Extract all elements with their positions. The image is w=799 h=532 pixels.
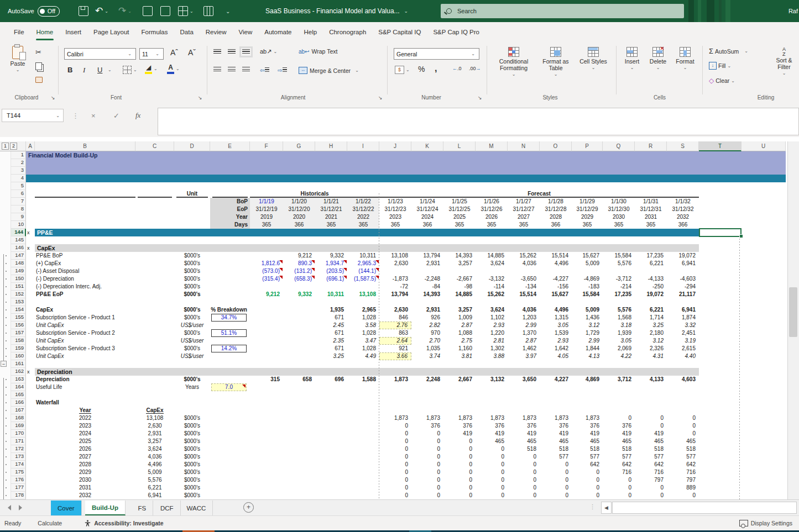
cell-M163[interactable]: 3,132 [476,376,508,383]
cancel-button[interactable]: × [91,109,96,122]
cell-L163[interactable]: 2,667 [443,376,476,383]
cell-Q9[interactable]: 2030 [603,213,635,221]
cell-L156[interactable]: 2.87 [443,322,476,329]
row-header-5[interactable]: 5 [11,182,26,190]
cell-P151[interactable]: -183 [572,283,603,291]
cell-D169[interactable]: $000's [174,422,210,430]
alignment-dialog-launcher[interactable]: ↘ [378,95,383,101]
cell-N172[interactable]: 518 [508,445,540,453]
cell-N7[interactable]: 1/1/27 [508,198,540,206]
sort-filter-button[interactable]: AZ Sort & Filter⌄ [770,47,798,77]
cell-J157[interactable]: 863 [379,329,411,337]
cell-Q157[interactable]: 1,939 [603,329,635,337]
cell-K173[interactable]: 0 [411,453,443,461]
qat-overflow-button[interactable]: ⌄ [224,0,232,22]
cell-P155[interactable]: 1,436 [572,314,603,322]
autosave-toggle[interactable]: AutoSave Off [8,0,60,22]
cell-N10[interactable]: 365 [508,221,540,229]
cell-J170[interactable]: 0 [379,430,411,438]
cell-P147[interactable]: 15,627 [572,252,603,260]
selected-cell-T144[interactable] [699,228,741,237]
cell-Q7[interactable]: 1/1/30 [603,198,635,206]
cell-O8[interactable]: 31/12/28 [540,206,572,213]
accessibility-status[interactable]: Accessibility: Investigate [84,520,163,527]
qat-button-1[interactable] [143,0,153,22]
cell-R175[interactable]: 716 [635,468,667,476]
row-header-146[interactable]: 146 [11,244,26,252]
cell-S174[interactable]: 642 [667,461,699,468]
cell-I150[interactable]: (1,587.5) [347,275,379,283]
cell-L157[interactable]: 1,088 [443,329,476,337]
cell-P173[interactable]: 577 [572,453,603,461]
cell-Q177[interactable]: 0 [603,484,635,492]
cell-Q152[interactable]: 17,235 [603,291,635,298]
cell-L175[interactable]: 0 [443,468,476,476]
cell-P148[interactable]: 5,009 [572,260,603,267]
status-calculate[interactable]: Calculate [38,520,62,526]
format-as-table-button[interactable]: Format as Table⌄ [537,47,574,78]
row-header-162[interactable]: 162 [11,368,26,376]
cell-D151[interactable]: $000's [174,283,210,291]
cell-K178[interactable]: 0 [411,492,443,499]
cell-L160[interactable]: 3.81 [443,352,476,360]
cell-R177[interactable]: 0 [635,484,667,492]
row-header-152[interactable]: 152 [11,291,26,298]
cut-button[interactable]: ✂ [35,48,41,56]
cell-O175[interactable]: 0 [540,468,572,476]
cell-I158[interactable]: 3.47 [347,337,379,345]
ribbon-tab-automate[interactable]: Automate [258,22,297,41]
cell-O151[interactable]: -156 [540,283,572,291]
cell-P158[interactable]: 2.99 [572,337,603,345]
row-header-10[interactable]: 10 [11,221,26,229]
row-header-173[interactable]: 173 [11,453,26,461]
font-size-select[interactable]: 11⌄ [139,48,164,60]
row-header-4[interactable]: 4 [11,175,26,182]
cell-K8[interactable]: 31/12/24 [411,206,443,213]
cell-J163[interactable]: 1,873 [379,376,411,383]
cell-H158[interactable]: 2.35 [315,337,347,345]
cell-P177[interactable]: 0 [572,484,603,492]
cell-K177[interactable]: 0 [411,484,443,492]
borders-button[interactable]: ⌄ [123,66,139,74]
cell-G163[interactable]: 658 [283,376,315,383]
ribbon-tab-file[interactable]: File [8,22,30,41]
cell-P175[interactable]: 0 [572,468,603,476]
cell-B176[interactable]: 2030 [35,476,135,484]
cell-M169[interactable]: 376 [476,422,508,430]
cell-G10[interactable]: 366 [283,221,315,229]
column-header-U[interactable]: U [741,141,786,151]
cell-I156[interactable]: 3.58 [347,322,379,329]
cell-C176[interactable]: 5,576 [135,476,174,484]
cell-J155[interactable]: 846 [379,314,411,322]
cell-O174[interactable]: 0 [540,461,572,468]
cell-I163[interactable]: 1,588 [347,376,379,383]
cell-Q163[interactable]: 3,712 [603,376,635,383]
cell-O158[interactable]: 2.93 [540,337,572,345]
cell-H163[interactable]: 696 [315,376,347,383]
row-header-160[interactable]: 160 [11,352,26,360]
cell-S172[interactable]: 518 [667,445,699,453]
cell-L152[interactable]: 14,885 [443,291,476,298]
row-header-153[interactable]: 153 [11,298,26,306]
cell-M9[interactable]: 2026 [476,213,508,221]
cell-L176[interactable]: 0 [443,476,476,484]
cell-N174[interactable]: 0 [508,461,540,468]
format-painter-button[interactable] [35,77,43,83]
cell-S152[interactable]: 21,117 [667,291,699,298]
cell-I157[interactable]: 1,028 [347,329,379,337]
cell-N154[interactable]: 4,036 [508,306,540,314]
cell-Q170[interactable]: 419 [603,430,635,438]
align-right-button[interactable] [242,67,250,72]
cell-N150[interactable]: -3,650 [508,275,540,283]
cell-H147[interactable]: 9,332 [315,252,347,260]
underline-dropdown[interactable]: ⌄ [106,67,113,72]
align-left-button[interactable] [213,67,221,72]
cell-M150[interactable]: -3,132 [476,275,508,283]
cell-H154[interactable]: 1,935 [315,306,347,314]
cell-M172[interactable]: 0 [476,445,508,453]
cell-L8[interactable]: 31/12/25 [443,206,476,213]
cell-R171[interactable]: 465 [635,438,667,445]
vertical-scrollbar-thumb[interactable] [789,287,797,337]
cell-P7[interactable]: 1/1/29 [572,198,603,206]
cell-Q154[interactable]: 5,576 [603,306,635,314]
